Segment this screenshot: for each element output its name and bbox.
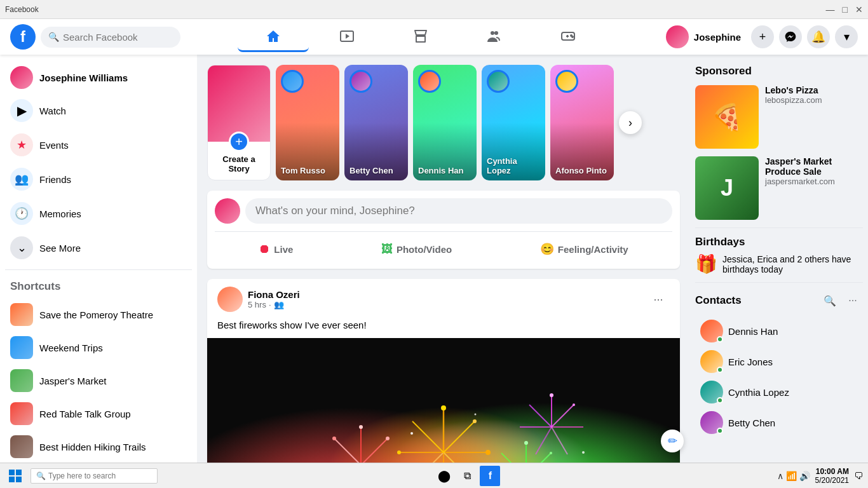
settings-dropdown-button[interactable]: ▾: [835, 25, 858, 48]
sidebar-item-events[interactable]: ★ Events: [5, 128, 192, 161]
add-button[interactable]: +: [751, 25, 774, 48]
birthday-row: 🎁 Jessica, Erica and 2 others have birth…: [695, 254, 863, 274]
tray-up-icon[interactable]: ∧: [777, 471, 783, 481]
sidebar-item-see-more[interactable]: ⌄ See More: [5, 231, 192, 264]
shortcut-jasper[interactable]: Jasper's Market: [5, 364, 192, 397]
post-text: Best fireworks show I've ever seen!: [207, 320, 680, 338]
lebos-pizza-image: 🍕: [695, 85, 759, 149]
friends-sidebar-icon: 👥: [10, 168, 33, 191]
post-input-field[interactable]: [245, 198, 672, 224]
profile-nav-button[interactable]: Josephine: [661, 23, 746, 51]
ad-jaspers-market[interactable]: J Jasper's Market Produce Sale jaspersma…: [695, 156, 863, 220]
contact-eric-jones[interactable]: Eric Jones: [695, 346, 863, 377]
svg-point-30: [441, 405, 446, 410]
trips-icon: [10, 336, 33, 359]
dennis-contact-name: Dennis Han: [728, 326, 778, 337]
birthdays-title: Birthdays: [695, 236, 863, 248]
search-icon: 🔍: [48, 32, 59, 42]
stories-row: + Create a Story Tom Russo Betty Chen D: [207, 65, 680, 180]
memories-sidebar-icon: 🕐: [10, 202, 33, 225]
facebook-logo[interactable]: f: [10, 24, 36, 50]
contacts-search-button[interactable]: 🔍: [820, 290, 840, 311]
create-story-card[interactable]: + Create a Story: [207, 65, 271, 180]
svg-line-53: [552, 405, 574, 427]
create-story-image: +: [208, 65, 270, 142]
marketplace-icon: [413, 29, 428, 44]
svg-rect-70: [9, 477, 15, 482]
svg-point-18: [386, 437, 390, 440]
svg-point-8: [572, 36, 573, 37]
taskbar-cortana-icon[interactable]: ⬤: [434, 466, 454, 486]
eric-contact-avatar: [700, 350, 723, 373]
svg-point-41: [524, 441, 528, 445]
ad-lebos-text: Lebo's Pizza lebospizza.com: [765, 85, 863, 149]
story-tom[interactable]: Tom Russo: [276, 65, 339, 180]
nav-groups-button[interactable]: [459, 22, 530, 52]
story-betty[interactable]: Betty Chen: [344, 65, 408, 180]
gaming-icon: [560, 29, 576, 44]
cynthia-contact-avatar: [700, 381, 723, 403]
story-afonso[interactable]: Afonso Pinto: [550, 65, 614, 180]
contacts-more-button[interactable]: ···: [843, 290, 863, 311]
ad-lebos-pizza[interactable]: 🍕 Lebo's Pizza lebospizza.com: [695, 85, 863, 149]
contact-betty-chen[interactable]: Betty Chen: [695, 407, 863, 438]
taskbar-search-input[interactable]: [48, 471, 152, 480]
start-button[interactable]: [5, 466, 25, 486]
notifications-button[interactable]: 🔔: [807, 25, 830, 48]
svg-point-17: [359, 425, 363, 429]
sidebar-item-watch[interactable]: ▶ Watch: [5, 94, 192, 127]
post-more-button[interactable]: ···: [647, 288, 670, 311]
svg-line-13: [334, 438, 361, 463]
system-clock[interactable]: 10:00 AM 5/20/2021: [815, 467, 849, 485]
shortcut-pomeroy[interactable]: Save the Pomeroy Theatre: [5, 298, 192, 331]
svg-line-23: [444, 421, 475, 452]
sidebar-item-friends[interactable]: 👥 Friends: [5, 163, 192, 196]
taskbar-facebook-icon[interactable]: f: [480, 466, 500, 486]
network-icon[interactable]: 📶: [786, 471, 797, 481]
volume-icon[interactable]: 🔊: [799, 471, 810, 481]
sidebar-events-label: Events: [39, 140, 69, 151]
post-box-divider: [215, 231, 672, 232]
main-feed: + Create a Story Tom Russo Betty Chen D: [197, 55, 690, 463]
groups-icon: [487, 29, 502, 44]
feeling-action-button[interactable]: 😊 Feeling/Activity: [532, 237, 636, 261]
story-dennis[interactable]: Dennis Han: [413, 65, 477, 180]
stories-next-arrow[interactable]: ›: [619, 111, 642, 134]
photo-action-button[interactable]: 🖼 Photo/Video: [374, 237, 459, 261]
live-action-button[interactable]: ⏺ Live: [251, 237, 301, 261]
search-bar[interactable]: 🔍: [41, 27, 180, 48]
story-cynthia[interactable]: Cynthia Lopez: [482, 65, 545, 180]
betty-story-avatar: [349, 70, 372, 93]
search-input[interactable]: [63, 32, 173, 43]
sidebar-item-memories[interactable]: 🕐 Memories: [5, 197, 192, 230]
nav-gaming-button[interactable]: [532, 22, 604, 52]
afonso-story-name: Afonso Pinto: [555, 166, 609, 175]
nav-watch-button[interactable]: [311, 22, 383, 52]
notification-tray-icon[interactable]: 🗨: [854, 471, 863, 481]
post-image: [207, 338, 680, 463]
shortcut-redtable[interactable]: Red Table Talk Group: [5, 397, 192, 430]
nav-home-button[interactable]: [238, 22, 309, 52]
shortcut-hiking[interactable]: Best Hidden Hiking Trails: [5, 430, 192, 463]
privacy-icon: 👥: [274, 300, 284, 309]
sidebar-friends-label: Friends: [39, 174, 71, 185]
nav-right: Josephine + 🔔 ▾: [661, 23, 858, 51]
contact-cynthia-lopez[interactable]: Cynthia Lopez: [695, 377, 863, 407]
shortcut-trips[interactable]: Weekend Trips: [5, 331, 192, 364]
minimize-button[interactable]: ―: [826, 4, 835, 15]
cynthia-story-name: Cynthia Lopez: [487, 156, 540, 175]
tom-story-avatar: [281, 70, 304, 93]
messenger-button[interactable]: [779, 25, 802, 48]
maximize-button[interactable]: □: [843, 4, 848, 15]
fireworks-image: [207, 338, 680, 463]
taskbar-task-view-icon[interactable]: ⧉: [457, 466, 477, 486]
nav-marketplace-button[interactable]: [385, 22, 456, 52]
dennis-story-avatar: [418, 70, 441, 93]
clock-date: 5/20/2021: [815, 476, 849, 485]
fiona-avatar[interactable]: [217, 287, 243, 312]
close-button[interactable]: ✕: [855, 4, 863, 15]
create-story-label: Create a Story: [208, 154, 270, 173]
sidebar-user-profile[interactable]: Josephine Williams: [5, 61, 192, 94]
contact-dennis-han[interactable]: Dennis Han: [695, 316, 863, 346]
taskbar-search-bar[interactable]: 🔍: [31, 468, 158, 484]
